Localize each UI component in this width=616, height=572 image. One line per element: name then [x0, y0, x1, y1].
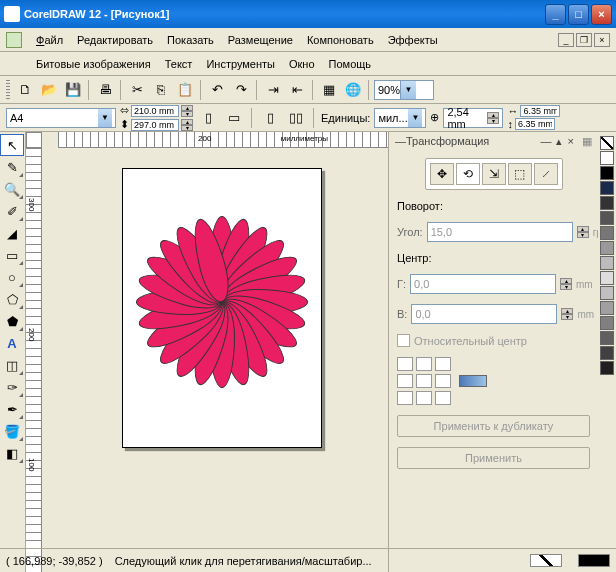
scale-tab-icon[interactable]: ⇲: [482, 163, 506, 185]
outline-tool-icon[interactable]: ✒: [0, 398, 24, 420]
color-swatch[interactable]: [600, 316, 614, 330]
color-swatch[interactable]: [600, 211, 614, 225]
polygon-tool-icon[interactable]: ⬠: [0, 288, 24, 310]
rotate-tab-icon[interactable]: ⟲: [456, 163, 480, 185]
open-icon[interactable]: 📂: [38, 79, 60, 101]
redo-icon[interactable]: ↷: [230, 79, 252, 101]
apply-button[interactable]: Применить: [397, 447, 590, 469]
copy-icon[interactable]: ⎘: [150, 79, 172, 101]
docker-close-icon[interactable]: ×: [568, 135, 574, 147]
import-icon[interactable]: ⇥: [262, 79, 284, 101]
ruler-vertical[interactable]: 300 200 100: [26, 148, 42, 572]
color-swatch[interactable]: [600, 286, 614, 300]
doc-minimize[interactable]: _: [558, 33, 574, 47]
color-swatch[interactable]: [600, 331, 614, 345]
blend-tool-icon[interactable]: ◫: [0, 354, 24, 376]
center-v-input[interactable]: [411, 304, 557, 324]
cut-icon[interactable]: ✂: [126, 79, 148, 101]
doc-restore[interactable]: ❐: [576, 33, 592, 47]
relative-checkbox[interactable]: [397, 334, 410, 347]
save-icon[interactable]: 💾: [62, 79, 84, 101]
dup-y-input[interactable]: [515, 118, 555, 130]
app-menu-icon[interactable]: [6, 32, 22, 48]
units-combo[interactable]: мил...▼: [374, 108, 426, 128]
pick-tool-icon[interactable]: ↖: [0, 134, 24, 156]
menu-help[interactable]: Помощь: [323, 56, 378, 72]
basic-shapes-icon[interactable]: ⬟: [0, 310, 24, 332]
undo-icon[interactable]: ↶: [206, 79, 228, 101]
color-swatch[interactable]: [600, 301, 614, 315]
flower-artwork[interactable]: [137, 217, 307, 387]
no-color-swatch[interactable]: [600, 136, 614, 150]
angle-input[interactable]: [427, 222, 573, 242]
color-swatch[interactable]: [600, 361, 614, 375]
text-tool-icon[interactable]: A: [0, 332, 24, 354]
outline-swatch[interactable]: [578, 554, 610, 567]
apply-duplicate-button[interactable]: Применить к дубликату: [397, 415, 590, 437]
app-launcher-icon[interactable]: ▦: [318, 79, 340, 101]
doc-close[interactable]: ×: [594, 33, 610, 47]
v-label: В:: [397, 308, 407, 320]
menu-tools[interactable]: Инструменты: [200, 56, 281, 72]
color-swatch[interactable]: [600, 166, 614, 180]
center-h-input[interactable]: [410, 274, 556, 294]
page-width-input[interactable]: [131, 105, 179, 117]
color-swatch[interactable]: [600, 181, 614, 195]
color-swatch[interactable]: [600, 256, 614, 270]
color-swatch[interactable]: [600, 226, 614, 240]
new-icon[interactable]: 🗋: [14, 79, 36, 101]
canvas[interactable]: [42, 148, 388, 572]
paste-icon[interactable]: 📋: [174, 79, 196, 101]
menu-text[interactable]: Текст: [159, 56, 199, 72]
color-swatch[interactable]: [600, 346, 614, 360]
menubar-row1: Файл Редактировать Показать Размещение К…: [0, 28, 616, 52]
nudge-input[interactable]: 2,54 mm▴▾: [443, 108, 503, 128]
position-tab-icon[interactable]: ✥: [430, 163, 454, 185]
docker-collapse-icon[interactable]: ▴: [556, 135, 562, 148]
page-spread-icon[interactable]: ▯▯: [285, 107, 307, 129]
page-height-input[interactable]: [131, 119, 179, 131]
size-tab-icon[interactable]: ⬚: [508, 163, 532, 185]
color-swatch[interactable]: [600, 196, 614, 210]
skew-tab-icon[interactable]: ⟋: [534, 163, 558, 185]
fill-swatch[interactable]: [530, 554, 562, 567]
menu-view[interactable]: Показать: [161, 32, 220, 48]
freehand-tool-icon[interactable]: ✐: [0, 200, 24, 222]
fill-tool-icon[interactable]: 🪣: [0, 420, 24, 442]
color-swatch[interactable]: [600, 151, 614, 165]
page-single-icon[interactable]: ▯: [259, 107, 281, 129]
color-swatch[interactable]: [600, 241, 614, 255]
landscape-icon[interactable]: ▭: [223, 107, 245, 129]
interactive-fill-icon[interactable]: ◧: [0, 442, 24, 464]
menu-bitmaps[interactable]: Битовые изображения: [30, 56, 157, 72]
rectangle-tool-icon[interactable]: ▭: [0, 244, 24, 266]
eyedropper-icon[interactable]: ✑: [0, 376, 24, 398]
maximize-button[interactable]: □: [568, 4, 589, 25]
menu-effects[interactable]: Эффекты: [382, 32, 444, 48]
menu-file[interactable]: Файл: [30, 32, 69, 48]
anchor-selector[interactable]: [397, 357, 451, 405]
ruler-origin[interactable]: [26, 132, 42, 148]
close-button[interactable]: ×: [591, 4, 612, 25]
docker-tab-icon[interactable]: ▦: [582, 135, 592, 148]
menu-window[interactable]: Окно: [283, 56, 321, 72]
export-icon[interactable]: ⇤: [286, 79, 308, 101]
menu-arrange[interactable]: Компоновать: [301, 32, 380, 48]
print-icon[interactable]: 🖶: [94, 79, 116, 101]
shape-tool-icon[interactable]: ✎: [0, 156, 24, 178]
ruler-horizontal[interactable]: 200 миллиметры: [58, 132, 388, 148]
zoom-tool-icon[interactable]: 🔍: [0, 178, 24, 200]
app-icon: [4, 6, 20, 22]
ellipse-tool-icon[interactable]: ○: [0, 266, 24, 288]
corel-online-icon[interactable]: 🌐: [342, 79, 364, 101]
dup-x-input[interactable]: [520, 105, 560, 117]
portrait-icon[interactable]: ▯: [197, 107, 219, 129]
h-label: Г:: [397, 278, 406, 290]
color-swatch[interactable]: [600, 271, 614, 285]
smart-tool-icon[interactable]: ◢: [0, 222, 24, 244]
menu-layout[interactable]: Размещение: [222, 32, 299, 48]
zoom-combo[interactable]: 90%▼: [374, 80, 434, 100]
menu-edit[interactable]: Редактировать: [71, 32, 159, 48]
paper-size-combo[interactable]: A4▼: [6, 108, 116, 128]
minimize-button[interactable]: _: [545, 4, 566, 25]
